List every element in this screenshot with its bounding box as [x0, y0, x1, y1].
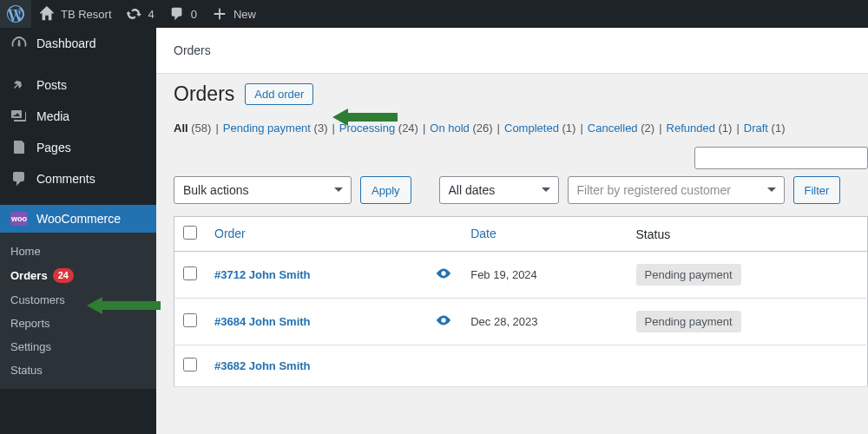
menu-label: Media: [36, 109, 69, 123]
updates-link[interactable]: 4: [119, 0, 161, 28]
add-order-button[interactable]: Add order: [245, 83, 313, 105]
order-link[interactable]: #3684 John Smith: [214, 315, 311, 328]
menu-posts[interactable]: Posts: [0, 69, 156, 101]
menu-comments[interactable]: Comments: [0, 163, 156, 194]
pin-icon: [10, 76, 28, 94]
filter-completed[interactable]: Completed: [504, 122, 559, 135]
filter-pending[interactable]: Pending payment: [223, 122, 311, 135]
filter-all[interactable]: All: [174, 122, 188, 135]
content-area: Orders Orders Add order All (58) | Pendi…: [156, 28, 868, 434]
submenu-home[interactable]: Home: [0, 240, 156, 263]
wp-logo[interactable]: [0, 0, 31, 28]
submenu-orders[interactable]: Orders 24: [0, 263, 156, 288]
filter-onhold[interactable]: On hold: [430, 122, 470, 135]
pages-icon: [10, 139, 28, 156]
submenu-settings[interactable]: Settings: [0, 335, 156, 358]
menu-dashboard[interactable]: Dashboard: [0, 28, 156, 59]
svg-marker-0: [332, 108, 398, 126]
sort-icon: [500, 227, 507, 241]
new-label: New: [233, 8, 256, 21]
filter-draft[interactable]: Draft: [744, 122, 768, 135]
order-date: Dec 28, 2023: [462, 299, 627, 345]
orders-table: Order Date Status #3712 John Smith Feb 1…: [174, 216, 868, 387]
updates-count: 4: [148, 8, 155, 21]
bulk-actions-select[interactable]: Bulk actions: [174, 176, 352, 204]
submenu-status[interactable]: Status: [0, 358, 156, 382]
page-title: Orders: [174, 82, 234, 106]
svg-marker-1: [87, 297, 161, 314]
menu-label: WooCommerce: [36, 212, 121, 226]
admin-bar: TB Resort 4 0 New: [0, 0, 868, 28]
filter-button[interactable]: Filter: [793, 176, 841, 204]
update-icon: [126, 5, 143, 23]
search-input[interactable]: [694, 147, 868, 169]
annotation-arrow: [332, 105, 398, 133]
breadcrumb: Orders: [156, 28, 868, 74]
menu-label: Comments: [36, 172, 95, 186]
row-checkbox[interactable]: [183, 266, 197, 280]
sort-icon: [249, 227, 256, 241]
woocommerce-icon: woo: [10, 212, 28, 226]
order-link[interactable]: #3682 John Smith: [214, 359, 311, 372]
status-badge: Pending payment: [636, 264, 741, 286]
site-name-link[interactable]: TB Resort: [31, 0, 119, 28]
table-row: #3682 John Smith: [174, 345, 868, 387]
menu-pages[interactable]: Pages: [0, 132, 156, 163]
comment-icon: [10, 170, 28, 187]
column-order[interactable]: Order: [206, 217, 427, 252]
plus-icon: [211, 5, 228, 23]
customer-filter-select[interactable]: Filter by registered customer: [568, 176, 785, 204]
admin-sidebar: Dashboard Posts Media Pages Comments woo…: [0, 28, 156, 434]
table-row: #3684 John Smith Dec 28, 2023 Pending pa…: [174, 299, 868, 345]
order-date: Feb 19, 2024: [462, 252, 627, 299]
comment-icon: [168, 5, 186, 23]
filter-cancelled[interactable]: Cancelled: [588, 122, 638, 135]
orders-badge: 24: [53, 268, 74, 283]
menu-label: Dashboard: [36, 36, 96, 50]
status-badge: Pending payment: [636, 311, 741, 332]
comments-link[interactable]: 0: [161, 0, 204, 28]
preview-icon[interactable]: [436, 271, 451, 284]
select-all-checkbox[interactable]: [183, 226, 197, 240]
column-status: Status: [628, 217, 868, 252]
table-row: #3712 John Smith Feb 19, 2024 Pending pa…: [174, 252, 868, 299]
order-link[interactable]: #3712 John Smith: [214, 268, 311, 281]
annotation-arrow: [87, 293, 161, 321]
preview-icon[interactable]: [436, 318, 451, 331]
menu-media[interactable]: Media: [0, 101, 156, 132]
row-checkbox[interactable]: [183, 358, 197, 372]
row-checkbox[interactable]: [183, 313, 197, 327]
menu-woocommerce[interactable]: woo WooCommerce: [0, 205, 156, 233]
site-name: TB Resort: [61, 8, 112, 21]
dashboard-icon: [10, 35, 28, 52]
column-date[interactable]: Date: [462, 217, 627, 252]
menu-label: Pages: [36, 141, 71, 155]
comments-count: 0: [191, 8, 197, 21]
media-icon: [10, 108, 28, 125]
filter-refunded[interactable]: Refunded: [667, 122, 715, 135]
wordpress-icon: [7, 5, 24, 23]
status-filters: All (58) | Pending payment (3) | Process…: [174, 122, 868, 135]
menu-label: Posts: [36, 78, 67, 92]
new-link[interactable]: New: [204, 0, 263, 28]
dates-select[interactable]: All dates: [439, 176, 559, 204]
home-icon: [38, 5, 56, 23]
apply-button[interactable]: Apply: [360, 176, 411, 204]
